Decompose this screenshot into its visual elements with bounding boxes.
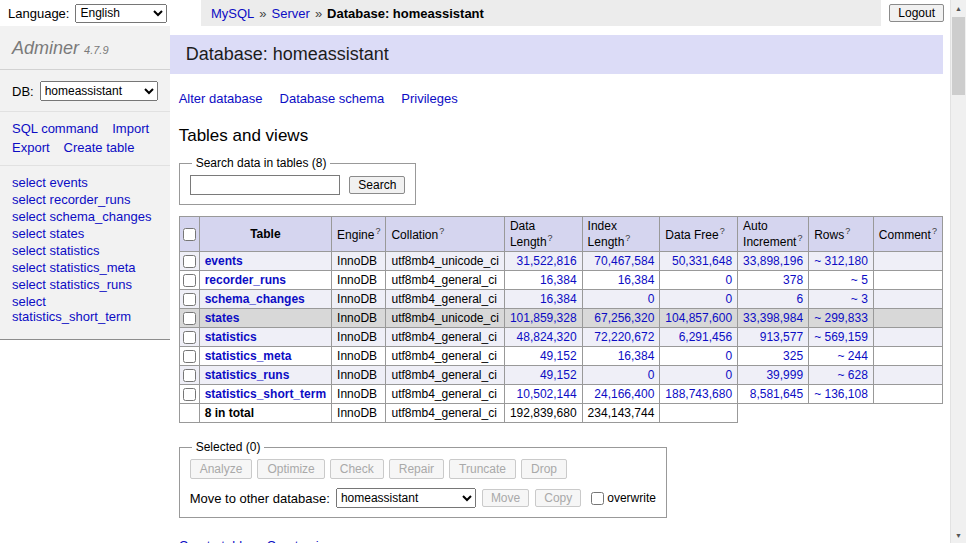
breadcrumb-link-server[interactable]: Server (272, 6, 310, 21)
create-view-link[interactable]: Create view (267, 538, 336, 543)
data-free-link[interactable]: 0 (725, 349, 732, 363)
auto-increment-link[interactable]: 378 (783, 273, 803, 287)
data-free-link[interactable]: 50,331,648 (672, 254, 732, 268)
optimize-button[interactable]: Optimize (257, 459, 324, 479)
rows-count-link[interactable]: ~ 312,180 (814, 254, 868, 268)
data-length-link[interactable]: 49,152 (540, 368, 577, 382)
data-free-link[interactable]: 0 (725, 273, 732, 287)
column-help-link[interactable]: ? (797, 233, 802, 243)
repair-button[interactable]: Repair (389, 459, 444, 479)
row-checkbox[interactable] (183, 350, 196, 363)
language-select[interactable]: English (75, 4, 167, 23)
table-name-link[interactable]: statistics_runs (205, 368, 290, 382)
table-select-link[interactable]: select events (12, 175, 88, 190)
index-length-link[interactable]: 67,256,320 (594, 311, 654, 325)
analyze-button[interactable]: Analyze (190, 459, 253, 479)
data-free-link[interactable]: 0 (725, 292, 732, 306)
drop-button[interactable]: Drop (521, 459, 567, 479)
create-table-link[interactable]: Create table (179, 538, 250, 543)
column-help-link[interactable]: ? (720, 226, 725, 236)
truncate-button[interactable]: Truncate (449, 459, 516, 479)
row-checkbox[interactable] (183, 331, 196, 344)
column-help-link[interactable]: ? (845, 226, 850, 236)
column-help-link[interactable]: ? (625, 233, 630, 243)
copy-button[interactable]: Copy (535, 489, 581, 507)
index-length-link[interactable]: 16,384 (618, 273, 655, 287)
column-help-link[interactable]: ? (932, 226, 937, 236)
data-length-link[interactable]: 101,859,328 (510, 311, 577, 325)
table-select-link[interactable]: select statistics_short_term (12, 294, 131, 324)
sidebar-command-link[interactable]: SQL command (12, 121, 98, 136)
row-checkbox[interactable] (183, 312, 196, 325)
sidebar-command-link[interactable]: Export (12, 140, 50, 155)
index-length-link[interactable]: 16,384 (618, 349, 655, 363)
table-name-link[interactable]: statistics_short_term (205, 387, 326, 401)
column-help-link[interactable]: ? (439, 226, 444, 236)
logout-button[interactable]: Logout (889, 4, 944, 22)
auto-increment-link[interactable]: 33,898,196 (743, 254, 803, 268)
search-button[interactable]: Search (349, 176, 405, 194)
table-select-link[interactable]: select schema_changes (12, 209, 151, 224)
index-length-link[interactable]: 70,467,584 (594, 254, 654, 268)
search-input[interactable] (190, 175, 340, 195)
privileges-link[interactable]: Privileges (401, 91, 457, 106)
table-name-link[interactable]: events (205, 254, 243, 268)
column-help-link[interactable]: ? (375, 226, 380, 236)
auto-increment-link[interactable]: 8,581,645 (750, 387, 803, 401)
rows-count-link[interactable]: ~ 628 (837, 368, 867, 382)
alter-database-link[interactable]: Alter database (179, 91, 263, 106)
auto-increment-link[interactable]: 913,577 (760, 330, 803, 344)
data-length-link[interactable]: 16,384 (540, 292, 577, 306)
scroll-up-icon[interactable]: ▲ (951, 0, 966, 16)
check-button[interactable]: Check (330, 459, 384, 479)
row-checkbox[interactable] (183, 255, 196, 268)
table-name-link[interactable]: statistics_meta (205, 349, 292, 363)
auto-increment-link[interactable]: 325 (783, 349, 803, 363)
rows-count-link[interactable]: ~ 5 (851, 273, 868, 287)
rows-count-link[interactable]: ~ 299,833 (814, 311, 868, 325)
index-length-link[interactable]: 0 (648, 292, 655, 306)
scrollbar-thumb[interactable] (952, 17, 965, 95)
sidebar-command-link[interactable]: Create table (64, 140, 135, 155)
data-length-link[interactable]: 49,152 (540, 349, 577, 363)
rows-count-link[interactable]: ~ 3 (851, 292, 868, 306)
table-select-link[interactable]: select statistics_runs (12, 277, 132, 292)
table-name-link[interactable]: schema_changes (205, 292, 305, 306)
table-select-link[interactable]: select statistics (12, 243, 99, 258)
move-db-select[interactable]: homeassistant (336, 488, 476, 508)
scroll-down-icon[interactable]: ▼ (951, 527, 966, 543)
data-length-link[interactable]: 48,824,320 (517, 330, 577, 344)
row-checkbox[interactable] (183, 293, 196, 306)
data-length-link[interactable]: 10,502,144 (517, 387, 577, 401)
column-help-link[interactable]: ? (548, 233, 553, 243)
index-length-link[interactable]: 0 (648, 368, 655, 382)
table-name-link[interactable]: recorder_runs (205, 273, 286, 287)
table-select-link[interactable]: select statistics_meta (12, 260, 136, 275)
row-checkbox[interactable] (183, 369, 196, 382)
index-length-link[interactable]: 72,220,672 (594, 330, 654, 344)
table-select-link[interactable]: select states (12, 226, 84, 241)
data-free-link[interactable]: 0 (725, 368, 732, 382)
rows-count-link[interactable]: ~ 244 (837, 349, 867, 363)
row-checkbox[interactable] (183, 388, 196, 401)
data-free-link[interactable]: 6,291,456 (679, 330, 732, 344)
data-free-link[interactable]: 188,743,680 (665, 387, 732, 401)
rows-count-link[interactable]: ~ 569,159 (814, 330, 868, 344)
data-free-link[interactable]: 104,857,600 (665, 311, 732, 325)
index-length-link[interactable]: 24,166,400 (594, 387, 654, 401)
database-schema-link[interactable]: Database schema (280, 91, 385, 106)
vertical-scrollbar[interactable]: ▲ ▼ (950, 0, 966, 543)
data-length-link[interactable]: 16,384 (540, 273, 577, 287)
table-name-link[interactable]: states (205, 311, 240, 325)
table-name-link[interactable]: statistics (205, 330, 257, 344)
db-select[interactable]: homeassistant (40, 81, 158, 101)
breadcrumb-link-mysql[interactable]: MySQL (211, 6, 254, 21)
auto-increment-link[interactable]: 33,398,984 (743, 311, 803, 325)
data-length-link[interactable]: 31,522,816 (517, 254, 577, 268)
table-select-link[interactable]: select recorder_runs (12, 192, 131, 207)
rows-count-link[interactable]: ~ 136,108 (814, 387, 868, 401)
row-checkbox[interactable] (183, 274, 196, 287)
select-all-checkbox[interactable] (183, 228, 196, 241)
auto-increment-link[interactable]: 6 (796, 292, 803, 306)
sidebar-command-link[interactable]: Import (112, 121, 149, 136)
